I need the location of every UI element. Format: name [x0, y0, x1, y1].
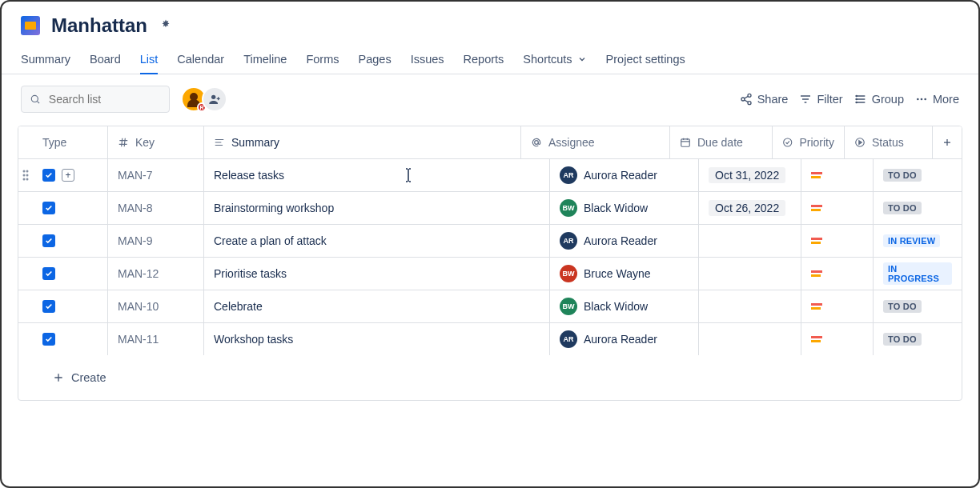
table-row[interactable]: +MAN-7Release tasksARAurora ReaderOct 31…	[18, 159, 962, 192]
table-row[interactable]: MAN-10CelebrateBWBlack WidowTO DO	[18, 290, 962, 323]
task-type-checkbox[interactable]	[42, 234, 55, 247]
due-date[interactable]: Oct 26, 2022	[709, 200, 785, 216]
priority-medium-icon[interactable]	[811, 336, 822, 342]
group-label: Group	[872, 93, 904, 106]
issue-summary[interactable]: Brainstorming workshop	[214, 202, 334, 214]
hash-icon	[118, 137, 129, 148]
svg-point-34	[23, 174, 26, 177]
table-row[interactable]: MAN-12Prioritise tasksBWBruce WayneIN PR…	[18, 258, 962, 290]
issue-summary[interactable]: Create a plan of attack	[214, 234, 327, 247]
issue-key[interactable]: MAN-9	[118, 234, 153, 247]
priority-header-icon	[782, 137, 793, 148]
tab-list[interactable]: List	[140, 46, 159, 74]
tab-board[interactable]: Board	[90, 46, 121, 74]
status-badge[interactable]: TO DO	[883, 202, 922, 214]
svg-point-5	[748, 102, 751, 105]
task-type-checkbox[interactable]	[42, 202, 55, 214]
assignee-name[interactable]: Aurora Reader	[584, 234, 657, 247]
assignee-name[interactable]: Black Widow	[584, 300, 648, 313]
create-issue-button[interactable]: Create	[18, 355, 106, 400]
tab-calendar[interactable]: Calendar	[177, 46, 224, 74]
issue-key[interactable]: MAN-7	[118, 169, 153, 182]
table-row[interactable]: MAN-8Brainstorming workshopBWBlack Widow…	[18, 192, 962, 225]
share-button[interactable]: Share	[740, 90, 789, 109]
status-header-icon	[854, 137, 866, 148]
priority-medium-icon[interactable]	[811, 238, 822, 244]
svg-point-2	[211, 95, 215, 99]
more-button[interactable]: More	[915, 90, 959, 109]
table-row[interactable]: MAN-11Workshop tasksARAurora ReaderTO DO	[18, 323, 962, 355]
chevron-down-icon	[577, 54, 587, 64]
col-priority[interactable]: Priority	[773, 126, 845, 158]
col-status[interactable]: Status	[845, 126, 933, 158]
task-type-checkbox[interactable]	[42, 267, 55, 280]
tab-project-settings[interactable]: Project settings	[606, 46, 685, 74]
add-subtask-button[interactable]: +	[62, 169, 74, 182]
priority-medium-icon[interactable]	[811, 172, 822, 178]
tab-timeline[interactable]: Timeline	[243, 46, 287, 74]
issue-summary[interactable]: Release tasks	[214, 169, 284, 182]
svg-point-36	[23, 178, 26, 181]
status-badge[interactable]: TO DO	[883, 169, 922, 182]
assignee-avatar[interactable]: AR	[560, 166, 577, 184]
svg-line-7	[744, 100, 748, 102]
svg-point-17	[917, 98, 919, 101]
mention-icon	[531, 137, 542, 148]
col-summary[interactable]: Summary	[204, 126, 521, 158]
priority-medium-icon[interactable]	[811, 270, 822, 277]
tab-forms[interactable]: Forms	[306, 46, 339, 74]
tab-shortcuts[interactable]: Shortcuts	[523, 46, 586, 74]
customize-icon[interactable]	[159, 18, 173, 33]
assignee-name[interactable]: Black Widow	[584, 202, 648, 214]
task-type-checkbox[interactable]	[42, 300, 55, 313]
task-type-checkbox[interactable]	[42, 169, 55, 182]
assignee-name[interactable]: Aurora Reader	[584, 333, 657, 346]
priority-medium-icon[interactable]	[811, 303, 822, 310]
tab-summary[interactable]: Summary	[21, 46, 70, 74]
col-type[interactable]: Type	[33, 126, 108, 158]
assignee-avatar[interactable]: AR	[560, 330, 577, 348]
col-assignee[interactable]: Assignee	[521, 126, 670, 158]
status-badge[interactable]: IN PROGRESS	[883, 262, 952, 285]
col-duedate[interactable]: Due date	[670, 126, 773, 158]
svg-point-3	[748, 94, 751, 97]
status-badge[interactable]: IN REVIEW	[883, 234, 940, 247]
table-row[interactable]: MAN-9Create a plan of attackARAurora Rea…	[18, 225, 962, 258]
group-button[interactable]: Group	[854, 90, 904, 109]
priority-medium-icon[interactable]	[811, 205, 822, 211]
assignee-avatar[interactable]: BW	[560, 265, 577, 282]
task-type-checkbox[interactable]	[42, 333, 55, 346]
search-input-wrapper[interactable]	[21, 86, 170, 113]
assignee-avatar[interactable]: BW	[560, 298, 577, 315]
issue-key[interactable]: MAN-12	[118, 267, 159, 280]
status-badge[interactable]: TO DO	[883, 300, 922, 313]
tab-issues[interactable]: Issues	[411, 46, 444, 74]
svg-point-14	[856, 95, 857, 96]
issue-summary[interactable]: Celebrate	[214, 300, 263, 313]
more-icon	[915, 93, 928, 106]
issue-summary[interactable]: Prioritise tasks	[214, 267, 287, 280]
col-key[interactable]: Key	[108, 126, 204, 158]
status-badge[interactable]: TO DO	[883, 333, 922, 346]
svg-point-16	[856, 102, 857, 102]
filter-button[interactable]: Filter	[799, 90, 842, 109]
assignee-avatar[interactable]: AR	[560, 232, 577, 250]
add-column-button[interactable]	[933, 126, 962, 158]
filter-label: Filter	[817, 93, 842, 106]
tab-pages[interactable]: Pages	[359, 46, 392, 74]
assignee-name[interactable]: Aurora Reader	[584, 169, 657, 182]
issue-key[interactable]: MAN-10	[118, 300, 159, 313]
svg-line-1	[37, 102, 39, 104]
add-people-button[interactable]	[202, 86, 227, 112]
assignee-name[interactable]: Bruce Wayne	[584, 267, 651, 280]
drag-handle-icon[interactable]	[22, 169, 30, 182]
issue-key[interactable]: MAN-11	[118, 333, 159, 346]
search-input[interactable]	[47, 92, 161, 106]
issue-summary[interactable]: Workshop tasks	[214, 333, 293, 346]
issue-key[interactable]: MAN-8	[118, 202, 153, 214]
project-icon[interactable]	[21, 16, 40, 35]
tab-reports[interactable]: Reports	[464, 46, 504, 74]
assignee-avatar[interactable]: BW	[560, 199, 577, 217]
group-icon	[854, 93, 867, 106]
due-date[interactable]: Oct 31, 2022	[709, 167, 785, 183]
